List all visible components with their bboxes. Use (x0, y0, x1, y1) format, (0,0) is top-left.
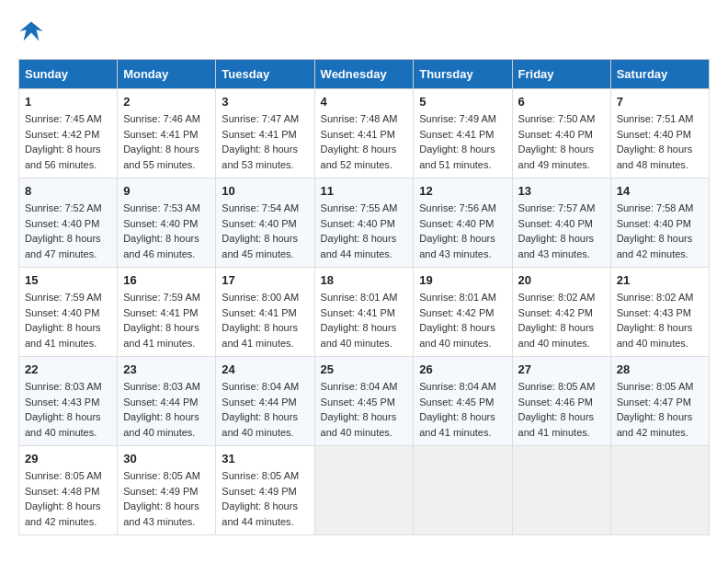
calendar-cell (610, 446, 709, 535)
cell-line: Sunset: 4:44 PM (123, 395, 210, 410)
day-number: 30 (123, 452, 210, 465)
calendar-cell: 11Sunrise: 7:55 AMSunset: 4:40 PMDayligh… (314, 178, 414, 268)
cell-line: Sunset: 4:40 PM (518, 216, 605, 232)
day-number: 4 (321, 95, 408, 109)
day-number: 22 (25, 362, 111, 376)
cell-line: Daylight: 8 hours (25, 142, 111, 157)
calendar-cell: 19Sunrise: 8:01 AMSunset: 4:42 PMDayligh… (414, 268, 512, 357)
calendar-cell: 29Sunrise: 8:05 AMSunset: 4:48 PMDayligh… (19, 446, 118, 535)
cell-info: Sunrise: 7:55 AMSunset: 4:40 PMDaylight:… (321, 201, 408, 261)
cell-line: Sunrise: 8:04 AM (321, 379, 408, 395)
day-number: 27 (518, 362, 605, 376)
cell-line: and 42 minutes. (617, 247, 703, 262)
column-header-monday: Monday (118, 60, 216, 89)
day-number: 10 (222, 184, 308, 198)
calendar-cell: 20Sunrise: 8:02 AMSunset: 4:42 PMDayligh… (512, 268, 610, 357)
cell-info: Sunrise: 8:02 AMSunset: 4:42 PMDaylight:… (518, 290, 605, 350)
cell-line: Sunrise: 8:03 AM (25, 379, 111, 395)
cell-line: Sunrise: 8:05 AM (222, 468, 308, 484)
cell-line: Sunrise: 8:05 AM (123, 468, 210, 484)
cell-info: Sunrise: 7:56 AMSunset: 4:40 PMDaylight:… (419, 201, 506, 261)
calendar-row: 29Sunrise: 8:05 AMSunset: 4:48 PMDayligh… (19, 446, 710, 535)
day-number: 2 (123, 95, 210, 109)
cell-line: Sunset: 4:40 PM (123, 216, 210, 232)
cell-line: Sunrise: 7:46 AM (123, 111, 210, 127)
cell-info: Sunrise: 7:49 AMSunset: 4:41 PMDaylight:… (419, 111, 506, 172)
day-number: 19 (419, 273, 506, 287)
cell-line: Daylight: 8 hours (123, 320, 210, 336)
cell-info: Sunrise: 8:01 AMSunset: 4:42 PMDaylight:… (419, 290, 506, 350)
cell-info: Sunrise: 8:05 AMSunset: 4:47 PMDaylight:… (617, 379, 703, 440)
calendar-cell: 25Sunrise: 8:04 AMSunset: 4:45 PMDayligh… (314, 357, 414, 446)
day-number: 6 (518, 95, 605, 109)
cell-line: Daylight: 8 hours (123, 142, 210, 157)
cell-line: Sunset: 4:40 PM (617, 127, 703, 143)
calendar-cell: 21Sunrise: 8:02 AMSunset: 4:43 PMDayligh… (610, 268, 709, 357)
cell-line: Sunset: 4:41 PM (222, 127, 308, 143)
cell-line: and 55 minutes. (123, 157, 210, 173)
cell-info: Sunrise: 8:04 AMSunset: 4:45 PMDaylight:… (321, 379, 408, 440)
day-number: 18 (321, 273, 408, 287)
logo-bird-icon (18, 18, 44, 44)
cell-line: and 41 minutes. (25, 336, 111, 351)
calendar-cell: 23Sunrise: 8:03 AMSunset: 4:44 PMDayligh… (118, 357, 216, 446)
cell-info: Sunrise: 8:05 AMSunset: 4:49 PMDaylight:… (123, 468, 210, 529)
cell-line: Daylight: 8 hours (222, 142, 308, 157)
cell-line: and 49 minutes. (518, 157, 605, 173)
cell-info: Sunrise: 8:05 AMSunset: 4:46 PMDaylight:… (518, 379, 605, 440)
cell-line: Sunrise: 7:50 AM (518, 111, 605, 127)
cell-line: Daylight: 8 hours (617, 320, 703, 336)
calendar-cell: 18Sunrise: 8:01 AMSunset: 4:41 PMDayligh… (314, 268, 414, 357)
cell-line: Sunrise: 7:48 AM (321, 111, 408, 127)
day-number: 7 (617, 95, 703, 109)
cell-line: Sunset: 4:41 PM (123, 127, 210, 143)
cell-line: Sunrise: 7:56 AM (419, 201, 506, 216)
calendar-cell: 7Sunrise: 7:51 AMSunset: 4:40 PMDaylight… (610, 89, 709, 178)
day-number: 26 (419, 362, 506, 376)
cell-line: Daylight: 8 hours (518, 142, 605, 157)
cell-info: Sunrise: 7:47 AMSunset: 4:41 PMDaylight:… (222, 111, 308, 172)
calendar-cell (512, 446, 610, 535)
cell-line: Sunrise: 8:02 AM (617, 290, 703, 305)
calendar-cell: 27Sunrise: 8:05 AMSunset: 4:46 PMDayligh… (512, 357, 610, 446)
day-number: 28 (617, 362, 703, 376)
cell-line: Sunrise: 8:01 AM (321, 290, 408, 305)
cell-line: Sunset: 4:40 PM (222, 216, 308, 232)
cell-line: Sunrise: 7:58 AM (617, 201, 703, 216)
page-header (18, 18, 710, 44)
cell-line: and 52 minutes. (321, 157, 408, 173)
cell-line: and 40 minutes. (617, 336, 703, 351)
day-number: 3 (222, 95, 308, 109)
cell-info: Sunrise: 7:48 AMSunset: 4:41 PMDaylight:… (321, 111, 408, 172)
cell-info: Sunrise: 7:57 AMSunset: 4:40 PMDaylight:… (518, 201, 605, 261)
cell-line: and 41 minutes. (222, 336, 308, 351)
cell-line: Sunrise: 7:59 AM (25, 290, 111, 305)
day-number: 31 (222, 452, 308, 465)
day-number: 23 (123, 362, 210, 376)
cell-line: Sunset: 4:42 PM (518, 305, 605, 321)
cell-line: Sunrise: 7:55 AM (321, 201, 408, 216)
cell-line: Daylight: 8 hours (419, 409, 506, 425)
calendar-cell: 2Sunrise: 7:46 AMSunset: 4:41 PMDaylight… (118, 89, 216, 178)
cell-line: and 41 minutes. (123, 336, 210, 351)
calendar-cell: 8Sunrise: 7:52 AMSunset: 4:40 PMDaylight… (19, 178, 118, 268)
cell-line: Sunset: 4:44 PM (222, 395, 308, 410)
cell-line: Sunrise: 8:05 AM (617, 379, 703, 395)
cell-line: Daylight: 8 hours (222, 320, 308, 336)
cell-line: and 40 minutes. (222, 425, 308, 441)
cell-line: Daylight: 8 hours (25, 231, 111, 247)
column-header-thursday: Thursday (414, 60, 512, 89)
cell-line: Daylight: 8 hours (617, 409, 703, 425)
calendar-cell (314, 446, 414, 535)
cell-line: and 42 minutes. (25, 514, 111, 530)
calendar-cell: 13Sunrise: 7:57 AMSunset: 4:40 PMDayligh… (512, 178, 610, 268)
cell-info: Sunrise: 7:53 AMSunset: 4:40 PMDaylight:… (123, 201, 210, 261)
day-number: 16 (123, 273, 210, 287)
calendar-cell: 26Sunrise: 8:04 AMSunset: 4:45 PMDayligh… (414, 357, 512, 446)
svg-marker-0 (19, 22, 42, 41)
calendar-cell: 17Sunrise: 8:00 AMSunset: 4:41 PMDayligh… (216, 268, 314, 357)
cell-line: and 51 minutes. (419, 157, 506, 173)
cell-line: and 40 minutes. (321, 425, 408, 441)
calendar-cell: 1Sunrise: 7:45 AMSunset: 4:42 PMDaylight… (19, 89, 118, 178)
cell-line: Daylight: 8 hours (518, 231, 605, 247)
